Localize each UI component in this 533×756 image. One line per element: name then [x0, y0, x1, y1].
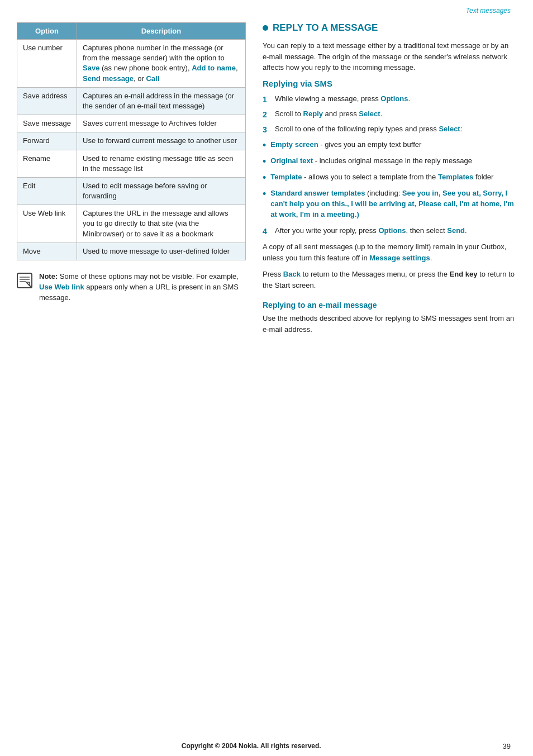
empty-screen-label: Empty screen — [270, 140, 318, 149]
step-2-text: Scroll to Reply and press Select. — [275, 109, 382, 120]
options-link-2: Options — [378, 226, 406, 235]
options-table: Option Description Use numberCaptures ph… — [17, 22, 246, 260]
step-1-num: 1 — [263, 94, 270, 105]
send-link: Send — [447, 226, 465, 235]
step-2-num: 2 — [263, 109, 270, 120]
table-cell-option: Rename — [17, 150, 77, 177]
table-cell-description: Use to forward current message to anothe… — [77, 132, 246, 150]
step-4-text: After you write your reply, press Option… — [275, 226, 467, 236]
options-link-1: Options — [380, 94, 408, 103]
step-1-text: While viewing a message, press Options. — [275, 94, 410, 104]
col-option-header: Option — [17, 23, 77, 40]
intro-paragraph: You can reply to a text message either b… — [263, 40, 516, 73]
bullet-icon-1: • — [263, 140, 266, 150]
table-cell-description: Captures the URL in the message and allo… — [77, 205, 246, 243]
select-link-1: Select — [359, 110, 380, 118]
table-row: EditUsed to edit message before saving o… — [17, 177, 246, 205]
table-cell-description: Used to move message to user-defined fol… — [77, 243, 246, 260]
bullet-2-text: Original text - includes original messag… — [270, 156, 472, 167]
select-link-2: Select — [439, 125, 460, 133]
page-footer: Copyright © 2004 Nokia. All rights reser… — [0, 735, 533, 756]
table-cell-option: Forward — [17, 132, 77, 150]
bullet-icon-4: • — [263, 189, 266, 199]
step-1: 1 While viewing a message, press Options… — [263, 94, 516, 105]
step-2: 2 Scroll to Reply and press Select. — [263, 109, 516, 120]
note-text: Note: Some of these options may not be v… — [39, 272, 246, 303]
table-cell-option: Save message — [17, 115, 77, 132]
bullet-list: • Empty screen - gives you an empty text… — [263, 140, 516, 220]
note-label: Note: — [39, 272, 58, 280]
table-cell-description: Used to rename existing message title as… — [77, 150, 246, 177]
bullet-dot-icon — [263, 25, 268, 31]
bullet-empty-screen: • Empty screen - gives you an empty text… — [263, 140, 516, 150]
step-4-list: 4 After you write your reply, press Opti… — [263, 226, 516, 237]
table-cell-option: Use Web link — [17, 205, 77, 243]
table-row: Save messageSaves current message to Arc… — [17, 115, 246, 132]
reply-link: Reply — [303, 110, 323, 118]
back-paragraph: Press Back to return to the Messages men… — [263, 269, 516, 291]
original-text-label: Original text — [270, 156, 313, 165]
template-label: Template — [270, 173, 302, 181]
copyright-text: Copyright © 2004 Nokia. All rights reser… — [182, 742, 321, 750]
note-link: Use Web link — [39, 283, 84, 291]
bullet-template: • Template - allows you to select a temp… — [263, 172, 516, 183]
email-section-title: Replying to an e-mail message — [263, 301, 516, 310]
table-cell-option: Move — [17, 243, 77, 260]
table-cell-description: Saves current message to Archives folder — [77, 115, 246, 132]
message-settings-link: Message settings — [369, 254, 430, 262]
note-body: Some of these options may not be visible… — [39, 272, 239, 302]
templates-link: Templates — [438, 173, 473, 181]
bullet-icon-2: • — [263, 156, 266, 167]
bullet-1-text: Empty screen - gives you an empty text b… — [270, 140, 421, 150]
step-3-num: 3 — [263, 124, 270, 135]
table-cell-description: Captures phone number in the message (or… — [77, 40, 246, 88]
bullet-icon-3: • — [263, 173, 266, 183]
table-row: Save addressCaptures an e-mail address i… — [17, 87, 246, 115]
svg-marker-1 — [26, 282, 30, 286]
end-key-label: End key — [450, 270, 478, 278]
table-cell-option: Use number — [17, 40, 77, 88]
table-cell-description: Captures an e-mail address in the messag… — [77, 87, 246, 115]
col-description-header: Description — [77, 23, 246, 40]
copy-paragraph: A copy of all sent messages (up to the m… — [263, 241, 516, 263]
note-icon — [17, 273, 32, 288]
table-row: Use Web linkCaptures the URL in the mess… — [17, 205, 246, 243]
step-3: 3 Scroll to one of the following reply t… — [263, 124, 516, 135]
steps-list: 1 While viewing a message, press Options… — [263, 94, 516, 136]
page-number: 39 — [503, 742, 533, 750]
table-row: ForwardUse to forward current message to… — [17, 132, 246, 150]
footer-inner: Copyright © 2004 Nokia. All rights reser… — [0, 742, 533, 750]
back-link: Back — [283, 270, 301, 278]
bullet-standard-answers: • Standard answer templates (including: … — [263, 188, 516, 220]
note-box: Note: Some of these options may not be v… — [17, 272, 246, 303]
bullet-3-text: Template - allows you to select a templa… — [270, 172, 493, 183]
table-cell-option: Save address — [17, 87, 77, 115]
bullet-original-text: • Original text - includes original mess… — [263, 156, 516, 167]
right-column: REPLY TO A MESSAGE You can reply to a te… — [263, 17, 516, 735]
header-text: Text messages — [466, 7, 511, 15]
email-paragraph: Use the methods described above for repl… — [263, 313, 516, 335]
step-3-text: Scroll to one of the following reply typ… — [275, 124, 462, 135]
step-4-num: 4 — [263, 226, 270, 237]
page-header: Text messages — [0, 0, 533, 17]
table-cell-option: Edit — [17, 177, 77, 205]
main-content: Option Description Use numberCaptures ph… — [0, 17, 533, 735]
sms-title: Replying via SMS — [263, 79, 516, 88]
main-section-title: REPLY TO A MESSAGE — [263, 22, 516, 34]
standard-answers-label: Standard answer templates — [270, 189, 365, 197]
table-cell-description: Used to edit message before saving or fo… — [77, 177, 246, 205]
table-row: MoveUsed to move message to user-defined… — [17, 243, 246, 260]
table-row: RenameUsed to rename existing message ti… — [17, 150, 246, 177]
main-title-text: REPLY TO A MESSAGE — [273, 22, 378, 34]
bullet-4-text: Standard answer templates (including: Se… — [270, 188, 516, 220]
page-container: Text messages Option Description Use num… — [0, 0, 533, 756]
table-row: Use numberCaptures phone number in the m… — [17, 40, 246, 88]
step-4: 4 After you write your reply, press Opti… — [263, 226, 516, 237]
left-column: Option Description Use numberCaptures ph… — [17, 17, 246, 735]
